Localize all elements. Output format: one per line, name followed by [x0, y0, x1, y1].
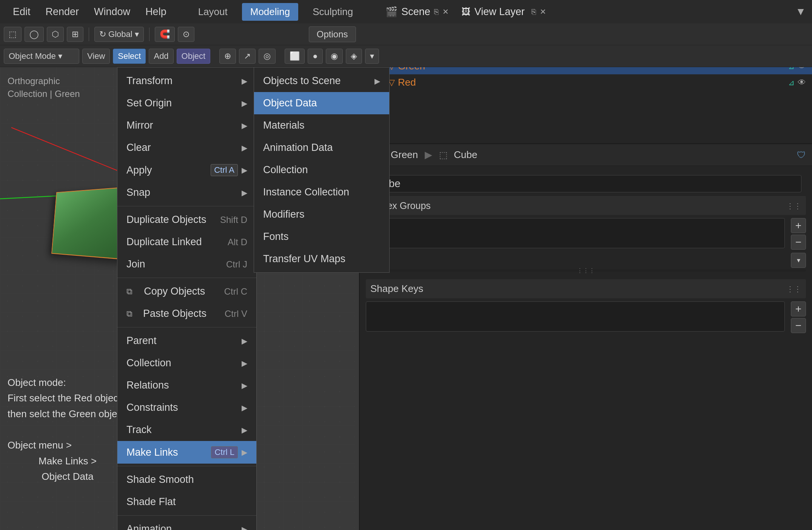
vertex-group-remove-btn[interactable]: − — [791, 235, 806, 250]
shortcut-ctrl-c: Ctrl C — [224, 286, 247, 297]
menu-arrow-icon: ▶ — [242, 426, 247, 435]
viewlayer-label[interactable]: View Layer — [475, 6, 525, 18]
vertex-groups-section: Vertex Groups ⋮⋮ + − ▾ ⋮⋮⋮ — [366, 197, 806, 272]
scene-label[interactable]: Scene — [401, 6, 430, 18]
menu-clear[interactable]: Clear ▶ — [117, 137, 256, 159]
link-animation-data[interactable]: Animation Data — [254, 137, 389, 159]
material-btn[interactable]: ◉ — [326, 49, 343, 64]
select-box-btn[interactable]: ⬚ — [4, 27, 22, 42]
menu-arrow-icon: ▶ — [242, 121, 247, 130]
object-menu-btn[interactable]: Object — [177, 49, 211, 64]
toolbar: ⬚ ◯ ⬡ ⊞ ↻ Global ▾ 🧲 ⊙ Options ☰ 🖼 🔍 ⊿ — [0, 23, 812, 45]
menu-snap[interactable]: Snap ▶ — [117, 181, 256, 204]
menu-shade-smooth[interactable]: Shade Smooth — [117, 469, 256, 491]
menu-render[interactable]: Render — [39, 3, 86, 21]
menu-mirror[interactable]: Mirror ▶ — [117, 114, 256, 137]
menu-apply[interactable]: Apply Ctrl A ▶ — [117, 159, 256, 181]
menu-join[interactable]: Join Ctrl J — [117, 253, 256, 275]
red-filter-icon: ⊿ — [788, 78, 795, 87]
menu-arrow-icon: ▶ — [242, 166, 247, 175]
props-object-name-field[interactable]: Cube — [370, 175, 801, 192]
outliner-row-red[interactable]: ▶ ▽ Red ⊿ 👁 — [360, 74, 812, 91]
overlay-btn[interactable]: ◎ — [259, 49, 276, 64]
select-more-btn[interactable]: ⊞ — [67, 27, 83, 42]
vertex-groups-header[interactable]: Vertex Groups ⋮⋮ — [366, 197, 806, 215]
link-instance-collection[interactable]: Instance Collection — [254, 181, 389, 203]
menu-paste-objects[interactable]: ⧉ Paste Objects Ctrl V — [117, 303, 256, 325]
props-breadcrumb-cube: ⬚ — [439, 150, 448, 160]
menu-duplicate-objects[interactable]: Duplicate Objects Shift D — [117, 209, 256, 231]
red-eye-icon[interactable]: 👁 — [798, 78, 806, 88]
view-menu[interactable]: View — [82, 49, 110, 64]
props-breadcrumb-green[interactable]: Green — [391, 149, 418, 161]
link-object-data[interactable]: Object Data — [254, 92, 389, 114]
shape-keys-section: Shape Keys ⋮⋮ + − — [366, 279, 806, 333]
menu-constraints[interactable]: Constraints ▶ — [117, 396, 256, 419]
menu-transform[interactable]: Transform ▶ — [117, 70, 256, 92]
link-materials[interactable]: Materials — [254, 114, 389, 137]
menu-set-origin[interactable]: Set Origin ▶ — [117, 92, 256, 114]
link-collection[interactable]: Collection — [254, 159, 389, 181]
view-more-btn[interactable]: ▾ — [365, 49, 379, 64]
wireframe-btn[interactable]: ⬜ — [285, 49, 305, 64]
select-lasso-btn[interactable]: ⬡ — [47, 27, 64, 42]
render-btn[interactable]: ◈ — [346, 49, 362, 64]
svg-line-2 — [11, 128, 132, 177]
menu-arrow-icon: ▶ — [242, 77, 247, 86]
shortcut-alt-d: Alt D — [228, 237, 247, 247]
select-circle-btn[interactable]: ◯ — [25, 27, 44, 42]
menu-track[interactable]: Track ▶ — [117, 419, 256, 441]
add-menu[interactable]: Add — [149, 49, 173, 64]
menu-help[interactable]: Help — [139, 3, 173, 21]
select-menu[interactable]: Select — [113, 49, 146, 64]
menu-make-links[interactable]: Make Links Ctrl L ▶ — [117, 441, 256, 464]
options-btn[interactable]: Options — [309, 26, 356, 42]
viewlayer-close-icon[interactable]: ✕ — [540, 7, 546, 16]
shape-key-add-btn[interactable]: + — [791, 301, 806, 316]
viewport-collection-info: Collection | Green — [8, 88, 80, 100]
menu-parent[interactable]: Parent ▶ — [117, 330, 256, 352]
vertex-group-more-btn[interactable]: ▾ — [791, 253, 806, 268]
tab-sculpting[interactable]: Sculpting — [304, 3, 361, 21]
workspace-tabs: Layout Modeling Sculpting — [190, 3, 362, 21]
vertex-group-add-btn[interactable]: + — [791, 218, 806, 233]
menu-duplicate-linked[interactable]: Duplicate Linked Alt D — [117, 231, 256, 253]
mode-dropdown[interactable]: Object Mode ▾ — [4, 49, 79, 64]
tab-layout[interactable]: Layout — [190, 3, 236, 21]
filter-icon[interactable]: ▼ — [795, 6, 806, 18]
shortcut-shift-d: Shift D — [220, 215, 247, 225]
paste-icon: ⧉ — [126, 309, 133, 319]
link-modifiers[interactable]: Modifiers — [254, 203, 389, 226]
shape-key-remove-btn[interactable]: − — [791, 318, 806, 333]
menu-collection[interactable]: Collection ▶ — [117, 352, 256, 374]
menu-arrow-icon: ▶ — [242, 99, 247, 108]
transform-gizmo-btn[interactable]: ↗ — [239, 49, 256, 64]
ctrl-l-badge: Ctrl L — [211, 446, 238, 458]
link-fonts[interactable]: Fonts — [254, 226, 389, 248]
transform-dropdown[interactable]: ↻ Global ▾ — [94, 27, 144, 42]
tab-modeling[interactable]: Modeling — [242, 3, 299, 21]
menu-shade-flat[interactable]: Shade Flat — [117, 491, 256, 513]
proportional-btn[interactable]: ⊙ — [178, 27, 194, 42]
instruction-line1: Object mode: — [8, 375, 128, 391]
link-objects-to-scene[interactable]: Objects to Scene ▶ — [254, 70, 389, 92]
copy-icon: ⧉ — [126, 287, 133, 296]
menu-animation[interactable]: Animation ▶ — [117, 518, 256, 530]
shortcut-ctrl-v: Ctrl V — [225, 309, 247, 319]
menu-window[interactable]: Window — [87, 3, 137, 21]
snap-btn[interactable]: 🧲 — [155, 27, 175, 42]
link-transfer-uv[interactable]: Transfer UV Maps — [254, 248, 389, 270]
viewport-info: Orthographic Collection | Green — [8, 75, 80, 100]
menu-relations[interactable]: Relations ▶ — [117, 374, 256, 396]
scene-close-icon[interactable]: ✕ — [442, 7, 449, 16]
menu-copy-objects[interactable]: ⧉ Copy Objects Ctrl C — [117, 280, 256, 303]
menu-edit[interactable]: Edit — [6, 3, 37, 21]
menu-separator-1 — [117, 206, 256, 206]
gizmo-btn[interactable]: ⊕ — [219, 49, 236, 64]
instruction-line6: Make Links > — [8, 453, 128, 469]
top-menubar: Edit Render Window Help Layout Modeling … — [0, 0, 812, 23]
menu-arrow-icon: ▶ — [242, 188, 247, 197]
solid-btn[interactable]: ● — [308, 49, 322, 64]
shape-keys-header[interactable]: Shape Keys ⋮⋮ — [366, 279, 806, 298]
red-label: Red — [398, 77, 788, 88]
